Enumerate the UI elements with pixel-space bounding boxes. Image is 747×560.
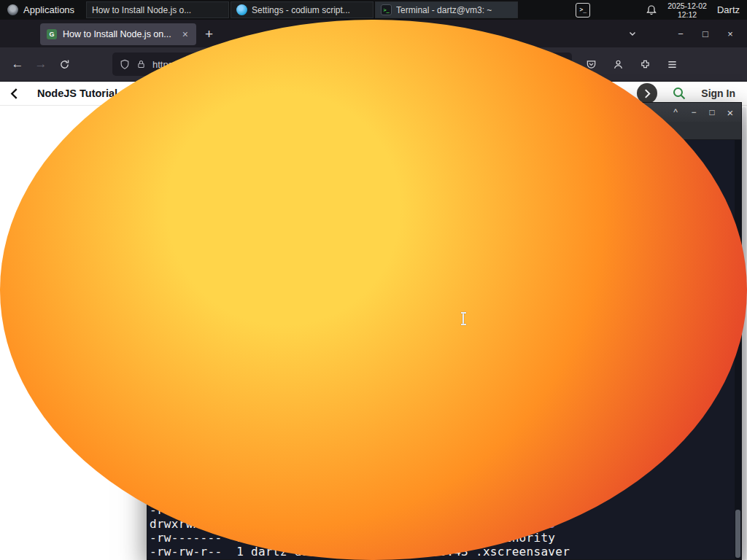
top-panel: Applications How to Install Node.js o...… — [0, 0, 747, 20]
terminal-rollup-button[interactable]: ^ — [670, 107, 681, 117]
page-favicon-icon: G — [47, 29, 57, 39]
sign-in-button[interactable]: Sign In — [701, 88, 735, 99]
browser-close-button[interactable]: × — [718, 28, 743, 39]
tracking-shield-icon[interactable] — [120, 59, 130, 70]
forward-button[interactable]: → — [29, 52, 53, 76]
back-button[interactable]: ← — [6, 52, 29, 76]
clock-time: 12:12 — [667, 10, 707, 19]
terminal-scrollbar-thumb[interactable] — [735, 510, 740, 558]
terminal-close-button[interactable]: × — [724, 106, 736, 119]
browser-minimize-button[interactable]: − — [668, 28, 693, 39]
distro-icon — [7, 4, 18, 15]
menu-hamburger-icon[interactable] — [660, 52, 684, 76]
terminal-tray-icon[interactable]: >_ — [576, 3, 590, 18]
taskbar-button-firefox[interactable]: How to Install Node.js o... — [86, 1, 229, 18]
taskbar-button-terminal[interactable]: >_Terminal - dartz@vm3: ~ — [375, 1, 518, 18]
new-tab-button[interactable]: + — [205, 27, 213, 41]
notifications-bell-icon[interactable] — [646, 4, 657, 16]
nav-scroll-left-chevron-icon[interactable] — [10, 88, 18, 99]
applications-label: Applications — [23, 4, 74, 15]
search-icon[interactable] — [672, 86, 686, 101]
reload-button[interactable] — [53, 52, 76, 76]
applications-menu[interactable]: Applications — [0, 0, 82, 20]
browser-window-controls: − □ × — [622, 28, 747, 39]
site-nav-right-cluster: Sign In — [637, 83, 735, 104]
browser-tab[interactable]: G How to Install Node.js on... × — [40, 23, 196, 45]
terminal-window-controls: ^ − □ × — [670, 106, 736, 119]
system-tray: >_ 2025-12-02 12:12 Dartz — [576, 1, 747, 19]
taskbar-label: How to Install Node.js o... — [92, 5, 191, 15]
terminal-maximize-button[interactable]: □ — [706, 107, 718, 117]
browser-maximize-button[interactable]: □ — [693, 28, 718, 39]
tab-title: How to Install Node.js on... — [63, 29, 175, 39]
extensions-puzzle-icon[interactable] — [633, 52, 657, 76]
terminal-minimize-button[interactable]: − — [688, 107, 700, 117]
clock[interactable]: 2025-12-02 12:12 — [667, 1, 707, 19]
codium-icon — [236, 4, 247, 15]
taskbar-label: Terminal - dartz@vm3: ~ — [396, 5, 492, 15]
tab-close-button[interactable]: × — [181, 28, 190, 40]
page-scrollbar[interactable] — [742, 107, 746, 560]
site-nav-active-link[interactable]: NodeJS Tutorial — [37, 88, 117, 99]
clock-date: 2025-12-02 — [667, 1, 707, 10]
mouse-ibeam-cursor — [462, 313, 464, 324]
firefox-icon — [0, 20, 747, 560]
taskbar-label: Settings - codium script... — [252, 5, 350, 15]
account-icon[interactable] — [606, 52, 630, 76]
terminal-icon: >_ — [381, 4, 392, 15]
list-tabs-chevron-icon[interactable] — [622, 29, 643, 38]
taskbar-button-codium[interactable]: Settings - codium script... — [231, 1, 374, 18]
lock-icon[interactable] — [136, 59, 146, 69]
user-menu[interactable]: Dartz — [717, 4, 740, 15]
desktop: Applications How to Install Node.js o...… — [0, 0, 747, 560]
window-taskbar: How to Install Node.js o...Settings - co… — [86, 1, 518, 18]
